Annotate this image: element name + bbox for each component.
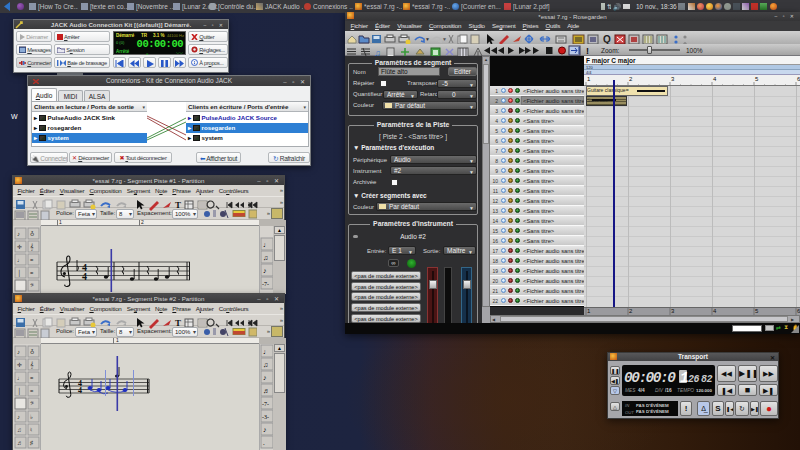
- svg-text:♬: ♬: [17, 440, 23, 446]
- svg-text:♩: ♩: [263, 241, 270, 249]
- svg-text:𝄞: 𝄞: [30, 243, 34, 251]
- svg-text:│: │: [17, 269, 21, 277]
- svg-text:♩: ♩: [17, 257, 23, 263]
- svg-text:TEMPO: TEMPO: [677, 388, 694, 393]
- svg-text:4: 4: [78, 386, 82, 395]
- svg-text:♪: ♪: [263, 426, 267, 434]
- svg-text:♫: ♫: [263, 254, 268, 262]
- svg-text:26: 26: [688, 374, 700, 385]
- svg-text:│: │: [17, 387, 21, 395]
- svg-text:✛: ✛: [17, 244, 22, 250]
- svg-text:𝄞: 𝄞: [30, 361, 34, 369]
- svg-text:DIV: DIV: [655, 388, 664, 393]
- svg-text:-7-: -7-: [262, 401, 269, 407]
- svg-text:♪: ♪: [17, 349, 20, 355]
- svg-text:▼: ▼: [442, 36, 447, 42]
- svg-text:▼: ▼: [425, 36, 430, 42]
- svg-text:♩: ♩: [263, 348, 270, 356]
- svg-text:MES: MES: [625, 388, 636, 393]
- svg-text:♫: ♫: [263, 361, 268, 369]
- svg-text:4/4: 4/4: [638, 388, 645, 393]
- svg-text:.: .: [263, 439, 265, 447]
- svg-text:♪: ♪: [17, 414, 20, 420]
- svg-text:♩: ♩: [17, 375, 23, 381]
- svg-text:/16: /16: [665, 388, 672, 393]
- svg-text:✛: ✛: [17, 362, 22, 368]
- svg-text:♭: ♭: [30, 414, 33, 420]
- svg-text:-3-: -3-: [262, 414, 269, 420]
- svg-text:♪: ♪: [17, 231, 20, 237]
- svg-text:♁: ♁: [30, 230, 34, 237]
- svg-text:♬: ♬: [263, 387, 270, 395]
- svg-text:♪: ♪: [263, 374, 267, 382]
- svg-text:♫: ♫: [17, 427, 22, 433]
- svg-text:♪: ♪: [263, 267, 267, 275]
- svg-text:-7-: -7-: [262, 281, 269, 287]
- svg-text:♯: ♯: [30, 440, 33, 446]
- svg-text:♮: ♮: [30, 427, 32, 433]
- svg-text:𝄢: 𝄢: [30, 401, 34, 407]
- svg-text:82: 82: [701, 374, 713, 385]
- svg-text:𝄢: 𝄢: [30, 283, 34, 289]
- svg-text:4: 4: [82, 271, 87, 282]
- svg-text:!: !: [586, 46, 589, 56]
- svg-text:120.000: 120.000: [696, 388, 712, 393]
- svg-text:♁: ♁: [30, 348, 34, 355]
- svg-text:00:00:0: 00:00:0: [624, 370, 676, 386]
